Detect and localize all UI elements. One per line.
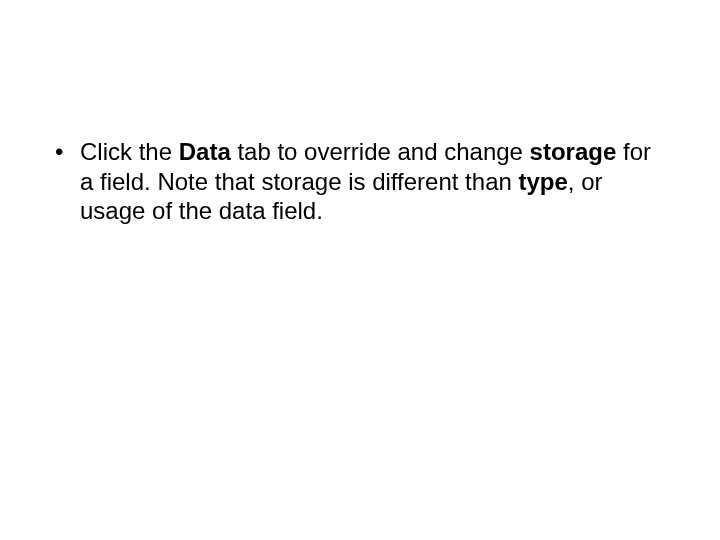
bullet-list: Click the Data tab to override and chang…: [53, 137, 670, 226]
slide-content: Click the Data tab to override and chang…: [0, 0, 720, 226]
text-segment-bold: type: [519, 168, 568, 195]
text-segment-bold: storage: [530, 138, 617, 165]
bullet-item: Click the Data tab to override and chang…: [53, 137, 670, 226]
text-segment: Click the: [80, 138, 179, 165]
text-segment-bold: Data: [179, 138, 231, 165]
text-segment: tab to override and change: [231, 138, 530, 165]
